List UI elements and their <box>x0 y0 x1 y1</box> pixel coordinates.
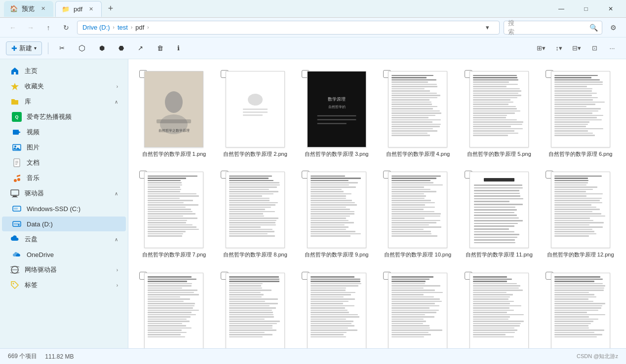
file-item[interactable]: 自然哲学的数学原理 8.png <box>218 168 293 262</box>
file-thumbnail <box>551 172 610 248</box>
file-item[interactable]: 自然哲学的数学原理 17.png <box>462 269 537 348</box>
file-thumbnail <box>470 71 529 147</box>
tab-pdf[interactable]: 📁 pdf ✕ <box>55 1 102 17</box>
file-name: 自然哲学的数学原理 2.png <box>223 150 287 158</box>
svg-rect-15 <box>14 208 18 210</box>
address-bar[interactable]: Drive (D:) › test › pdf › ▾ <box>77 21 500 35</box>
delete-icon: 🗑 <box>157 44 163 52</box>
svg-text:数学原理: 数学原理 <box>328 97 346 102</box>
file-item[interactable]: 自然哲学的数学原理 2.png <box>218 67 293 162</box>
svg-rect-36 <box>317 123 346 124</box>
search-input[interactable] <box>517 24 587 31</box>
tab-pdf-close[interactable]: ✕ <box>86 4 95 13</box>
file-name: 自然哲学的数学原理 10.png <box>384 251 451 258</box>
sidebar-item-images[interactable]: 图片 <box>2 140 126 155</box>
forward-button[interactable]: → <box>24 21 38 35</box>
panel-button[interactable]: ⊡ <box>587 41 602 55</box>
tab-preview-label: 预览 <box>22 4 35 13</box>
music-icon <box>12 173 22 183</box>
file-thumbnail <box>226 273 285 348</box>
file-item[interactable]: 自然哲学的数学原理 11.png <box>462 168 537 262</box>
file-thumbnail <box>226 71 285 147</box>
refresh-button[interactable]: ↻ <box>59 21 73 35</box>
file-item[interactable]: 自然哲学的数学原理 10.png <box>380 168 456 262</box>
svg-point-18 <box>18 224 20 226</box>
more-button[interactable]: ··· <box>604 41 620 55</box>
paste-button[interactable]: ⬢ <box>94 42 110 54</box>
sidebar-item-tags[interactable]: 标签 › <box>2 278 126 292</box>
sidebar-item-favorites[interactable]: 收藏夹 › <box>2 79 126 94</box>
library-chevron: ∧ <box>115 99 118 105</box>
file-thumbnail <box>388 172 447 248</box>
svg-rect-1 <box>13 130 19 135</box>
sort-button[interactable]: ↕▾ <box>551 41 567 55</box>
share-button[interactable]: ↗ <box>133 42 148 54</box>
toolbar-separator-1 <box>48 42 48 54</box>
sidebar-tags-label: 标签 <box>25 281 112 290</box>
file-item[interactable]: 自然哲学的数学原理 15.png <box>299 269 374 348</box>
toolbar-right: ⊞▾ ↕▾ ⊟▾ ⊡ ··· <box>533 41 620 55</box>
search-icon[interactable]: 🔍 <box>589 24 598 32</box>
file-item[interactable]: 自然哲学的数学原理 7.png <box>136 168 212 262</box>
sidebar-item-windows-ssd[interactable]: Windows-SSD (C:) <box>2 201 126 216</box>
file-thumbnail <box>551 71 610 147</box>
close-button[interactable]: ✕ <box>599 1 622 17</box>
breadcrumb-sep1: › <box>113 25 115 30</box>
svg-rect-35 <box>317 119 356 120</box>
file-item[interactable]: 自然哲学的数学原理 14.png <box>218 269 293 348</box>
file-thumbnail <box>226 172 285 248</box>
file-item[interactable]: 自然哲学的数学原理 6.png <box>543 67 618 162</box>
svg-point-4 <box>14 146 16 147</box>
sidebar-item-library[interactable]: 库 ∧ <box>2 94 126 109</box>
sidebar-item-cloud[interactable]: 云盘 ∧ <box>2 232 126 247</box>
delete-button[interactable]: 🗑 <box>152 42 168 54</box>
address-dropdown-button[interactable]: ▾ <box>480 21 494 35</box>
sidebar-cloud-label: 云盘 <box>25 235 110 244</box>
view-options-button[interactable]: ⊞▾ <box>533 41 549 55</box>
breadcrumb-pdf[interactable]: pdf <box>135 24 144 31</box>
file-name: 自然哲学的数学原理 5.png <box>467 150 531 158</box>
file-item[interactable]: 自然哲学的数学原理 5.png <box>462 67 537 162</box>
sidebar-item-onedrive[interactable]: OneDrive <box>2 247 126 262</box>
library-folder-icon <box>10 97 20 107</box>
file-item[interactable]: 数学原理 自然哲学的 自然哲学的数学原理 3.png <box>299 67 374 162</box>
file-item[interactable]: 自然哲学的数学原理 18.png <box>543 269 618 348</box>
favorites-chevron: › <box>117 84 118 89</box>
docs-icon <box>12 158 22 168</box>
layout-button[interactable]: ⊟▾ <box>569 41 585 55</box>
sidebar-item-home[interactable]: 主页 <box>2 64 126 78</box>
tab-preview[interactable]: 🏠 预览 ✕ <box>4 1 53 17</box>
sidebar-item-video[interactable]: 视频 <box>2 125 126 140</box>
settings-button[interactable]: ⚙ <box>606 21 620 35</box>
info-button[interactable]: ℹ <box>172 42 185 54</box>
copy-button[interactable]: ⬡ <box>74 41 90 55</box>
file-item[interactable]: 自然哲学的数学原理 13.png <box>136 269 212 348</box>
svg-point-23 <box>165 91 183 113</box>
sidebar-item-docs[interactable]: 文档 <box>2 155 126 170</box>
file-item[interactable]: 自然哲学的数学原理 9.png <box>299 168 374 262</box>
breadcrumb-drive[interactable]: Drive (D:) <box>82 24 110 31</box>
file-item[interactable]: 自然哲学的数学原理 16.png <box>380 269 456 348</box>
up-button[interactable]: ↑ <box>41 21 55 35</box>
sidebar-item-aiqiyi[interactable]: Q 爱奇艺热播视频 <box>2 109 126 124</box>
sidebar-item-music[interactable]: 音乐 <box>2 171 126 185</box>
sidebar-item-drives[interactable]: 驱动器 ∧ <box>2 186 126 201</box>
file-item[interactable]: 自然哲学的数学原理 12.png <box>543 168 618 262</box>
file-item[interactable]: 自然哲学的数学原理 4.png <box>380 67 456 162</box>
breadcrumb-test[interactable]: test <box>117 24 128 31</box>
new-button[interactable]: ✚ 新建 ▾ <box>6 41 42 55</box>
add-tab-button[interactable]: + <box>104 2 117 16</box>
rename-button[interactable]: ⬣ <box>114 42 129 54</box>
maximize-button[interactable]: □ <box>575 1 597 17</box>
file-item[interactable]: 自然哲学之数学原理 自然哲学的数学原理 1.png <box>136 67 212 162</box>
tab-preview-close[interactable]: ✕ <box>39 4 47 13</box>
file-thumbnail <box>307 273 366 348</box>
minimize-button[interactable]: — <box>550 1 573 17</box>
sidebar-item-network[interactable]: 网络驱动器 › <box>2 262 126 277</box>
sidebar-docs-label: 文档 <box>27 158 118 167</box>
file-thumbnail <box>470 273 529 348</box>
sidebar-item-data-d[interactable]: Data (D:) <box>2 217 126 231</box>
cut-button[interactable]: ✂ <box>54 42 70 54</box>
back-button[interactable]: ← <box>6 21 20 35</box>
sidebar-images-label: 图片 <box>27 143 118 152</box>
